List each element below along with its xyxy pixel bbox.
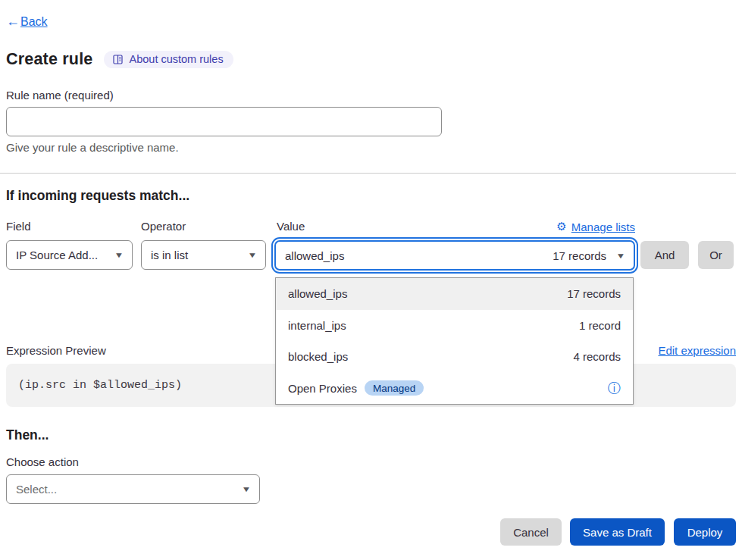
operator-column-label: Operator bbox=[141, 220, 186, 233]
option-count: 4 records bbox=[573, 350, 621, 363]
manage-lists-label: Manage lists bbox=[571, 221, 635, 233]
chevron-down-icon: ▼ bbox=[616, 252, 626, 260]
value-select-count: 17 records bbox=[553, 249, 606, 262]
about-custom-rules-badge[interactable]: About custom rules bbox=[104, 51, 233, 68]
value-select[interactable]: allowed_ips 17 records ▼ bbox=[274, 240, 635, 271]
save-as-draft-button[interactable]: Save as Draft bbox=[570, 518, 665, 546]
title-row: Create rule About custom rules bbox=[6, 50, 233, 69]
dropdown-option-blocked-ips[interactable]: blocked_ips 4 records bbox=[276, 341, 633, 373]
expression-code: (ip.src in $allowed_ips) bbox=[18, 379, 182, 392]
book-icon bbox=[112, 54, 124, 65]
section-divider bbox=[0, 173, 736, 174]
match-section-heading: If incoming requests match... bbox=[6, 188, 189, 204]
cancel-button[interactable]: Cancel bbox=[500, 518, 562, 546]
edit-expression-link[interactable]: Edit expression bbox=[658, 344, 736, 357]
action-select[interactable]: Select... ▼ bbox=[6, 474, 260, 504]
value-column-label: Value bbox=[277, 220, 305, 233]
manage-lists-link[interactable]: ⚙ Manage lists bbox=[556, 220, 635, 233]
option-name: internal_ips bbox=[288, 319, 346, 332]
then-section-heading: Then... bbox=[6, 427, 49, 443]
option-count: 17 records bbox=[567, 287, 621, 300]
deploy-button[interactable]: Deploy bbox=[674, 518, 736, 546]
dropdown-option-open-proxies[interactable]: Open Proxies Managed ⓘ bbox=[276, 373, 633, 405]
value-select-name: allowed_ips bbox=[285, 249, 344, 262]
page-title: Create rule bbox=[6, 50, 93, 69]
field-select-value: IP Source Add... bbox=[16, 249, 98, 261]
gear-icon: ⚙ bbox=[556, 220, 566, 233]
option-count: 1 record bbox=[579, 319, 621, 332]
option-name: Open Proxies bbox=[288, 382, 357, 395]
info-icon[interactable]: ⓘ bbox=[608, 380, 621, 397]
operator-select-value: is in list bbox=[151, 249, 188, 261]
option-name: allowed_ips bbox=[288, 287, 347, 300]
chevron-down-icon: ▼ bbox=[242, 485, 252, 493]
or-button[interactable]: Or bbox=[698, 241, 734, 269]
rule-name-input[interactable] bbox=[6, 107, 442, 136]
dropdown-option-internal-ips[interactable]: internal_ips 1 record bbox=[276, 310, 633, 342]
rule-name-helper: Give your rule a descriptive name. bbox=[6, 141, 179, 154]
badge-label: About custom rules bbox=[130, 53, 224, 65]
managed-badge: Managed bbox=[365, 380, 424, 396]
chevron-down-icon: ▼ bbox=[248, 251, 258, 259]
value-dropdown-menu: allowed_ips 17 records internal_ips 1 re… bbox=[275, 277, 634, 405]
back-arrow-icon: ← bbox=[6, 14, 20, 30]
dropdown-option-allowed-ips[interactable]: allowed_ips 17 records bbox=[276, 278, 633, 310]
choose-action-label: Choose action bbox=[6, 455, 79, 468]
back-label: Back bbox=[20, 15, 48, 29]
field-select[interactable]: IP Source Add... ▼ bbox=[6, 240, 133, 270]
operator-select[interactable]: is in list ▼ bbox=[141, 240, 266, 270]
back-link[interactable]: ← Back bbox=[6, 14, 48, 30]
and-button[interactable]: And bbox=[640, 241, 689, 269]
chevron-down-icon: ▼ bbox=[114, 251, 124, 259]
action-select-placeholder: Select... bbox=[16, 483, 57, 496]
field-column-label: Field bbox=[6, 220, 31, 233]
option-name: blocked_ips bbox=[288, 350, 348, 363]
expression-preview-label: Expression Preview bbox=[6, 344, 106, 357]
rule-name-label: Rule name (required) bbox=[6, 89, 114, 102]
